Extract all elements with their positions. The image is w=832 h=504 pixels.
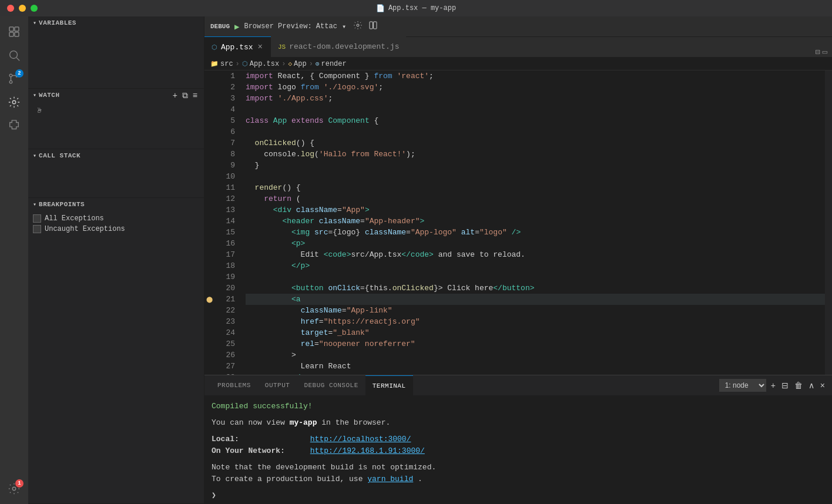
minimize-button[interactable] xyxy=(19,5,26,12)
code-line-10[interactable] xyxy=(246,171,825,182)
code-line-2[interactable]: import logo from './logo.svg'; xyxy=(246,82,825,93)
line-number-12: 12 xyxy=(214,193,239,204)
tab-app-tsx[interactable]: ⬡ App.tsx × xyxy=(204,36,271,57)
activity-explorer[interactable] xyxy=(4,21,25,42)
svg-point-11 xyxy=(357,24,359,26)
breadcrumb-sep-1: › xyxy=(236,60,240,68)
maximize-button[interactable] xyxy=(31,5,38,12)
close-button[interactable] xyxy=(7,5,14,12)
line-number-14: 14 xyxy=(214,216,239,227)
breadcrumb-class[interactable]: ◇ App xyxy=(288,60,306,68)
panel-trash-button[interactable]: 🗑 xyxy=(793,379,804,391)
svg-point-6 xyxy=(9,74,12,77)
tab-problems[interactable]: PROBLEMS xyxy=(210,375,258,396)
code-line-5[interactable]: class App extends Component { xyxy=(246,115,825,126)
tab-tsx-icon: ⬡ xyxy=(212,43,217,51)
terminal-line-build: To create a production build, use yarn b… xyxy=(212,473,825,485)
breadcrumb-file[interactable]: ⬡ App.tsx xyxy=(242,60,279,68)
editor-and-terminal: ⬤ 12345678910111213141516171819202122232… xyxy=(204,70,832,504)
tab-debug-console[interactable]: DEBUG CONSOLE xyxy=(297,375,365,396)
code-line-22[interactable]: className="App-link" xyxy=(246,305,825,316)
code-line-7[interactable]: onClicked() { xyxy=(246,137,825,149)
activity-extensions[interactable] xyxy=(4,115,25,136)
gutter-16 xyxy=(204,238,214,249)
code-line-23[interactable]: href="https://reactjs.org" xyxy=(246,316,825,327)
split-editor-button[interactable]: ⊟ xyxy=(815,47,820,57)
line-number-7: 7 xyxy=(214,137,239,149)
gutter-20 xyxy=(204,283,214,294)
code-line-27[interactable]: Learn React xyxy=(246,361,825,372)
code-line-8[interactable]: console.log('Hallo from React!'); xyxy=(246,149,825,160)
svg-point-8 xyxy=(9,80,12,83)
activity-settings[interactable]: 1 xyxy=(4,478,25,499)
code-line-16[interactable]: <p> xyxy=(246,238,825,249)
code-line-17[interactable]: Edit <code>src/App.tsx</code> and save t… xyxy=(246,249,825,260)
callstack-header[interactable]: ▾ CALL STACK xyxy=(28,149,204,162)
code-line-4[interactable] xyxy=(246,104,825,115)
watch-collapse-button[interactable]: ≡ xyxy=(191,90,199,100)
debug-dropdown-arrow[interactable]: ▾ xyxy=(342,22,346,31)
tab-terminal[interactable]: TERMINAL xyxy=(365,375,413,396)
breadcrumb-src[interactable]: 📁 src xyxy=(210,60,233,68)
tab-output[interactable]: OUTPUT xyxy=(258,375,297,396)
activity-bottom: 1 xyxy=(4,478,25,504)
breakpoint-all-checkbox[interactable] xyxy=(33,214,41,223)
gutter: ⬤ xyxy=(204,70,214,375)
code-line-19[interactable] xyxy=(246,271,825,283)
code-line-14[interactable]: <header className="App-header"> xyxy=(246,216,825,227)
breakpoints-header[interactable]: ▾ BREAKPOINTS xyxy=(28,198,204,211)
variables-header[interactable]: ▾ VARIABLES xyxy=(28,16,204,29)
code-line-3[interactable]: import './App.css'; xyxy=(246,93,825,104)
code-content[interactable]: import React, { Component } from 'react'… xyxy=(243,70,825,375)
scrollbar[interactable] xyxy=(825,70,832,375)
watch-add-button[interactable]: + xyxy=(171,90,179,100)
watch-header[interactable]: ▾ WATCH + ⧉ ≡ xyxy=(28,89,204,102)
debug-play-button[interactable]: ▶ xyxy=(234,22,239,32)
panel-collapse-button[interactable]: ∧ xyxy=(807,379,816,391)
window-controls[interactable] xyxy=(7,5,38,12)
code-line-24[interactable]: target="_blank" xyxy=(246,327,825,338)
toggle-panel-button[interactable]: ▭ xyxy=(823,47,827,57)
panel-split-button[interactable]: ⊟ xyxy=(780,379,790,391)
code-line-18[interactable]: </p> xyxy=(246,260,825,271)
watch-copy-button[interactable]: ⧉ xyxy=(180,90,190,100)
line-number-19: 19 xyxy=(214,271,239,283)
gutter-26 xyxy=(204,350,214,361)
title-icon: 📄 xyxy=(376,4,385,13)
watch-section: ▾ WATCH + ⧉ ≡ 🖱 xyxy=(28,89,204,149)
breakpoints-content: All Exceptions Uncaught Exceptions xyxy=(28,211,204,237)
variables-arrow: ▾ xyxy=(33,19,36,26)
debug-gear-button[interactable] xyxy=(353,21,363,32)
tab-split-actions: ⊟ ▭ xyxy=(815,47,832,57)
breadcrumb-method[interactable]: ⊙ render xyxy=(316,60,347,68)
terminal-content[interactable]: Compiled successfully! You can now view … xyxy=(204,396,832,504)
svg-point-9 xyxy=(12,100,16,104)
code-line-9[interactable]: } xyxy=(246,160,825,171)
gutter-24 xyxy=(204,327,214,338)
activity-search[interactable] xyxy=(4,45,25,66)
code-line-1[interactable]: import React, { Component } from 'react'… xyxy=(246,70,825,82)
code-line-15[interactable]: <img src={logo} className="App-logo" alt… xyxy=(246,227,825,238)
code-line-11[interactable]: render() { xyxy=(246,182,825,193)
term-spacer xyxy=(212,429,825,434)
breakpoint-uncaught-checkbox[interactable] xyxy=(33,225,41,233)
code-line-21[interactable]: <a xyxy=(246,294,825,305)
code-line-26[interactable]: > xyxy=(246,350,825,361)
line-number-18: 18 xyxy=(214,260,239,271)
code-line-25[interactable]: rel="noopener noreferrer" xyxy=(246,338,825,350)
activity-git[interactable]: 2 xyxy=(4,68,25,89)
tab-react-dom[interactable]: JS react-dom.development.js xyxy=(271,36,406,57)
code-line-13[interactable]: <div className="App"> xyxy=(246,204,825,216)
panel-add-button[interactable]: + xyxy=(770,379,777,391)
code-line-20[interactable]: <button onClick={this.onClicked}> Click … xyxy=(246,283,825,294)
line-number-23: 23 xyxy=(214,316,239,327)
activity-debug[interactable] xyxy=(4,92,25,113)
panel-close-button[interactable]: × xyxy=(819,379,826,391)
breadcrumb-sep-2: › xyxy=(281,60,286,68)
tab-close-app-tsx[interactable]: × xyxy=(257,42,264,52)
terminal-selector[interactable]: 1: node xyxy=(719,379,766,392)
code-line-6[interactable] xyxy=(246,126,825,137)
watch-cursor-indicator: 🖱 xyxy=(28,102,204,117)
code-line-12[interactable]: return ( xyxy=(246,193,825,204)
debug-split-button[interactable] xyxy=(368,21,378,32)
